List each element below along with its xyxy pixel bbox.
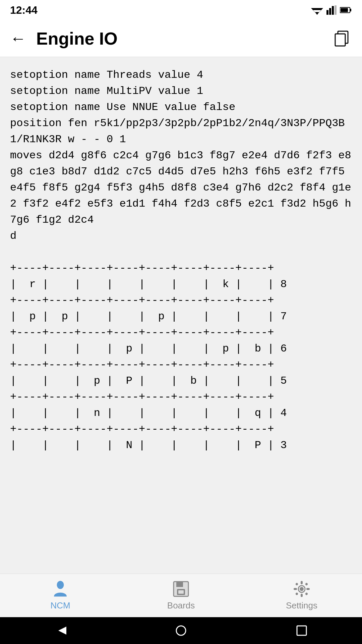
svg-rect-11 — [335, 34, 345, 46]
svg-rect-29 — [297, 626, 306, 635]
svg-rect-19 — [301, 581, 303, 584]
svg-rect-20 — [301, 594, 303, 597]
svg-rect-21 — [294, 588, 297, 590]
svg-point-28 — [176, 626, 186, 635]
copy-button[interactable] — [332, 29, 352, 49]
battery-icon — [340, 7, 352, 13]
copy-icon — [333, 30, 351, 47]
svg-rect-16 — [178, 590, 184, 594]
nav-label-boards: Boards — [167, 600, 195, 611]
bottom-nav: NCM Boards Settings — [0, 574, 362, 617]
svg-rect-9 — [341, 8, 348, 12]
android-back-icon — [54, 625, 66, 637]
nav-item-boards[interactable]: Boards — [121, 574, 241, 617]
engine-output: setoption name Threads value 4 setoption… — [10, 67, 352, 453]
app-bar: ← Engine IO — [0, 20, 362, 57]
svg-rect-5 — [332, 6, 334, 15]
svg-rect-26 — [305, 592, 308, 596]
status-icons — [311, 5, 352, 15]
nav-label-ncm: NCM — [50, 600, 70, 611]
svg-point-12 — [57, 581, 64, 589]
android-nav-bar — [0, 617, 362, 644]
svg-rect-4 — [329, 8, 331, 15]
svg-marker-2 — [315, 12, 319, 15]
status-time: 12:44 — [10, 4, 38, 16]
status-bar: 12:44 — [0, 0, 362, 20]
svg-point-18 — [300, 587, 304, 591]
android-back-button[interactable] — [47, 617, 74, 644]
back-button[interactable]: ← — [10, 31, 26, 47]
wifi-icon — [311, 5, 323, 15]
ncm-person-icon — [52, 580, 69, 598]
svg-rect-25 — [295, 592, 299, 596]
nav-label-settings: Settings — [286, 600, 317, 611]
signal-icon — [326, 5, 337, 15]
svg-rect-8 — [350, 9, 351, 11]
boards-save-icon — [172, 580, 190, 598]
svg-marker-27 — [58, 627, 66, 635]
android-recents-icon — [296, 625, 308, 637]
content-area: setoption name Threads value 4 setoption… — [0, 57, 362, 574]
svg-rect-3 — [326, 10, 328, 15]
svg-rect-6 — [335, 5, 337, 15]
nav-item-settings[interactable]: Settings — [241, 574, 362, 617]
svg-rect-24 — [305, 583, 308, 586]
svg-rect-23 — [295, 583, 299, 586]
android-home-icon — [175, 625, 187, 637]
settings-gear-icon — [293, 580, 310, 598]
android-recents-button[interactable] — [288, 617, 315, 644]
page-title: Engine IO — [36, 29, 322, 49]
svg-rect-14 — [176, 582, 183, 587]
android-home-button[interactable] — [168, 617, 194, 644]
nav-item-ncm[interactable]: NCM — [0, 574, 121, 617]
svg-rect-22 — [306, 588, 310, 590]
